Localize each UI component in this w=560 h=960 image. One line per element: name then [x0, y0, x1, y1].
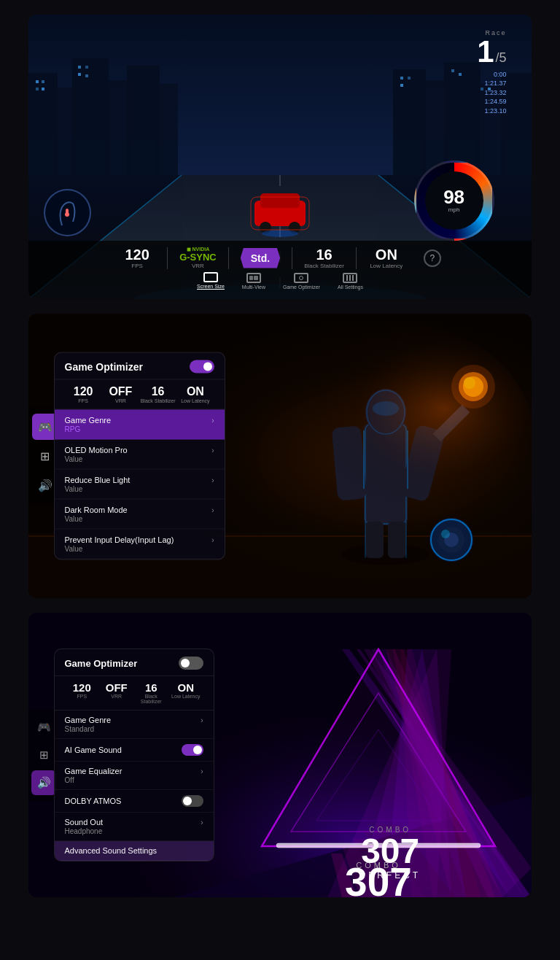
sp-vrr-label: VRR	[99, 694, 134, 699]
ai-sound-toggle[interactable]	[182, 744, 203, 756]
svg-rect-10	[105, 80, 131, 175]
lap-time-1: 0:00	[477, 70, 506, 80]
sp-advanced-sound-label: Advanced Sound Settings	[65, 846, 203, 855]
fps-stat: 120 FPS	[119, 247, 155, 269]
sp-game-genre-chevron: ›	[201, 716, 203, 724]
sp-menu-advanced-sound[interactable]: Advanced Sound Settings	[55, 841, 214, 861]
multi-view-icon-part	[249, 276, 254, 280]
reduce-blue-light-value: Value	[65, 485, 214, 493]
sp-bs-value: 16	[134, 682, 169, 693]
svg-point-39	[65, 212, 69, 217]
display-icon-3[interactable]: ⊞	[31, 743, 56, 767]
optimizer-stats: 120 FPS OFF VRR 16 Black Stabilizer ON L…	[55, 380, 225, 410]
settings-line	[349, 275, 351, 281]
score-overlay: COMBO 307 PERFECT	[359, 826, 421, 880]
sound-panel-header: Game Optimizer	[55, 649, 214, 676]
oled-motion-text: OLED Motion Pro	[65, 446, 128, 454]
volume-icon-3-active[interactable]: 🔊	[31, 770, 56, 795]
sp-fps-value: 120	[65, 682, 100, 693]
optimizer-panel: Game Optimizer 120 FPS OFF VRR 16 Black …	[54, 352, 225, 560]
screen-size-button[interactable]: Screen Size	[197, 272, 225, 290]
lap-time-3: 1:23.32	[477, 88, 506, 98]
oled-motion-value: Value	[65, 455, 214, 463]
lap-time-2: 1:21.37	[477, 79, 506, 88]
menu-item-input-delay[interactable]: Prevent Input Delay(Input Lag) › Value	[55, 530, 225, 560]
black-stab-stat: 16 Black Stabilizer	[304, 247, 344, 269]
gamepad-icon-3[interactable]: 🎮	[31, 715, 56, 740]
dark-room-label: Dark Room Mode ›	[65, 506, 214, 514]
svg-point-37	[262, 230, 298, 237]
dark-room-text: Dark Room Mode	[65, 506, 128, 514]
race-position: Race 1 /5 0:00 1:21.37 1:23.32 1:24.59 1…	[477, 29, 506, 116]
menu-item-reduce-blue-light[interactable]: Reduce Blue Light › Value	[55, 470, 225, 500]
game-optimizer-button[interactable]: Game Optimizer	[283, 273, 320, 290]
svg-rect-28	[400, 84, 403, 87]
panel-game-optimizer: 🎮 ⊞ 🔊 Game Optimizer 120 FPS OFF VRR 16 …	[28, 314, 532, 598]
sp-dolby-label: DOLBY ATMOS	[65, 795, 203, 807]
sound-panel: Game Optimizer 120 FPS OFF VRR 16 Black …	[54, 649, 214, 862]
svg-rect-18	[36, 80, 39, 83]
svg-rect-27	[408, 77, 411, 80]
sp-menu-dolby[interactable]: DOLBY ATMOS	[55, 790, 214, 813]
opt-ll-value: ON	[176, 386, 214, 398]
divider-3	[292, 247, 292, 269]
sp-game-genre-text: Game Genre	[65, 716, 112, 724]
latency-value: ON	[376, 247, 397, 262]
sp-bs-label: Black Stabilizer	[134, 694, 169, 704]
all-settings-label: All Settings	[338, 284, 363, 290]
opt-fps-stat: 120 FPS	[65, 386, 102, 403]
sp-vrr-stat: OFF VRR	[99, 682, 134, 704]
settings-line	[346, 275, 348, 281]
multi-view-icon	[246, 273, 261, 283]
optimizer-toggle[interactable]	[190, 360, 214, 373]
sp-vrr-value: OFF	[99, 682, 134, 693]
speed-value: 98	[443, 187, 464, 206]
sp-menu-game-eq[interactable]: Game Equalizer › Off	[55, 762, 214, 790]
hud-bar: 120 FPS ◼ NVIDIA G-SYNC VRR Std. 16 Blac…	[28, 241, 532, 299]
optimizer-menu: Game Genre › RPG OLED Motion Pro › Value…	[55, 410, 225, 560]
sp-sound-out-label: Sound Out ›	[65, 818, 203, 827]
sp-game-genre-value: Standard	[65, 725, 203, 733]
speedometer: 98 mph	[414, 160, 502, 248]
multi-view-label: Multi-View	[242, 284, 265, 290]
menu-item-game-genre[interactable]: Game Genre › RPG	[55, 410, 225, 440]
minimap	[44, 189, 91, 236]
minimap-svg	[47, 193, 88, 233]
multi-view-button[interactable]: Multi-View	[242, 273, 265, 290]
speedo-inner: 98 mph	[425, 171, 483, 230]
lap-times: 0:00 1:21.37 1:23.32 1:24.59 1:23.10	[477, 70, 506, 116]
opt-bs-value: 16	[139, 386, 176, 398]
svg-rect-11	[127, 66, 160, 175]
svg-rect-30	[459, 73, 462, 76]
opt-ll-label: Low Latency	[176, 398, 214, 403]
road-scene: Race 1 /5 0:00 1:21.37 1:23.32 1:24.59 1…	[28, 15, 532, 299]
sound-panel-toggle[interactable]	[179, 657, 203, 670]
svg-rect-21	[42, 88, 44, 90]
sp-menu-game-genre[interactable]: Game Genre › Standard	[55, 711, 214, 739]
all-settings-button[interactable]: All Settings	[338, 273, 363, 290]
optimizer-title: Game Optimizer	[65, 361, 143, 373]
svg-rect-13	[393, 69, 426, 175]
speed-unit: mph	[448, 206, 460, 213]
screen-size-label: Screen Size	[197, 284, 225, 290]
svg-point-43	[342, 543, 429, 565]
perfect-label: PERFECT	[359, 870, 421, 880]
info-button[interactable]: ?	[424, 249, 441, 267]
sp-game-genre-label: Game Genre ›	[65, 716, 203, 724]
optimizer-circle	[299, 276, 303, 280]
menu-item-oled-motion[interactable]: OLED Motion Pro › Value	[55, 440, 225, 470]
sp-menu-ai-sound[interactable]: AI Game Sound	[55, 739, 214, 762]
mode-badge: Std.	[241, 248, 280, 268]
sp-game-eq-value: Off	[65, 776, 203, 784]
sp-menu-sound-out[interactable]: Sound Out › Headphone	[55, 813, 214, 841]
dark-room-chevron: ›	[211, 506, 214, 514]
divider-1	[167, 247, 168, 269]
divider-4	[356, 247, 357, 269]
sp-sound-out-chevron: ›	[201, 818, 203, 827]
opt-vrr-label: VRR	[102, 398, 139, 403]
all-settings-icon	[343, 273, 357, 283]
dolby-toggle[interactable]	[182, 795, 203, 807]
input-delay-value: Value	[65, 545, 214, 553]
menu-item-dark-room[interactable]: Dark Room Mode › Value	[55, 500, 225, 530]
svg-rect-25	[85, 74, 88, 77]
